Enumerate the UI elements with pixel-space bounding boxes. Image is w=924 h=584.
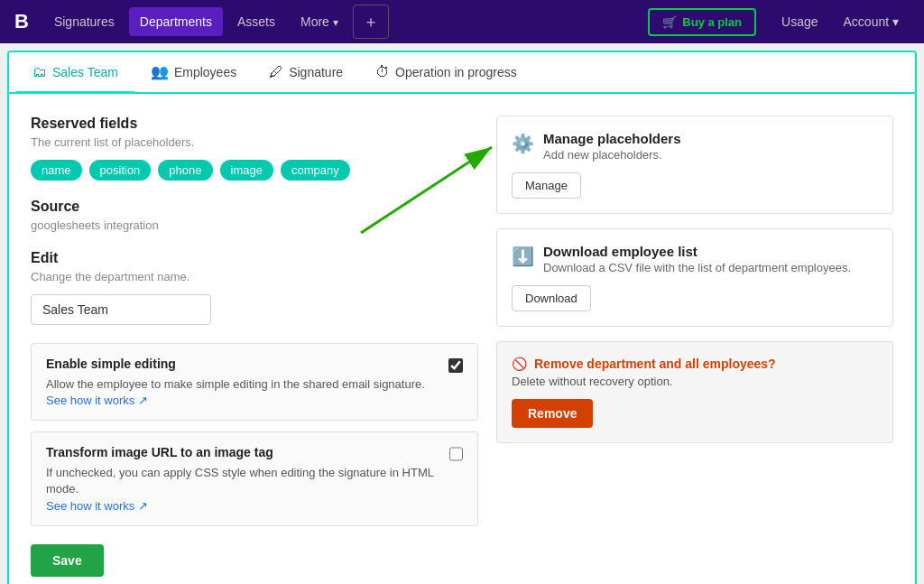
download-card-desc: Download a CSV file with the list of dep… — [543, 261, 851, 274]
tab-employees[interactable]: 👥 Employees — [134, 52, 253, 94]
gear-icon: ⚙️ — [512, 133, 534, 154]
tag-company: company — [281, 160, 350, 181]
tag-position: position — [89, 160, 152, 181]
nav-account[interactable]: Account ▾ — [833, 7, 910, 36]
simple-editing-checkbox[interactable] — [448, 358, 463, 373]
save-button[interactable]: Save — [31, 544, 104, 577]
edit-subtitle: Change the department name. — [31, 270, 478, 283]
right-nav: Usage Account ▾ — [771, 7, 910, 36]
no-entry-icon: 🚫 — [512, 357, 527, 371]
manage-card-desc: Add new placeholders. — [543, 148, 681, 162]
remove-card-header: 🚫 Remove department and all employees? — [512, 357, 878, 371]
enable-simple-editing-box: Enable simple editing Allow the employee… — [31, 343, 478, 421]
employees-icon: 👥 — [151, 63, 169, 80]
option-transform-image-desc: If unchecked, you can apply CSS style wh… — [46, 465, 449, 497]
placeholder-tags: name position phone image company — [31, 160, 478, 181]
download-card-title: Download employee list — [543, 244, 851, 259]
tag-phone: phone — [158, 160, 212, 181]
tab-signature[interactable]: 🖊 Signature — [253, 52, 359, 94]
remove-card-desc: Delete without recovery option. — [512, 375, 878, 388]
download-icon: ⬇️ — [512, 246, 534, 267]
top-navigation: B Signatures Departments Assets More ▾ ＋… — [0, 0, 924, 43]
tab-sales-team[interactable]: 🗂 Sales Team — [16, 52, 134, 94]
transform-image-checkbox[interactable] — [449, 447, 463, 461]
chevron-down-icon: ▾ — [333, 16, 338, 29]
operation-icon: ⏱ — [375, 64, 390, 80]
buy-plan-button[interactable]: 🛒 Buy a plan — [648, 8, 756, 36]
nav-usage[interactable]: Usage — [771, 7, 828, 36]
source-subtitle: googlesheets integration — [31, 218, 478, 232]
reserved-fields-subtitle: The current list of placeholders. — [31, 135, 478, 149]
manage-placeholders-card: ⚙️ Manage placeholders Add new placehold… — [496, 116, 893, 214]
option-transform-image-link[interactable]: See how it works ↗ — [46, 499, 148, 513]
left-column: Reserved fields The current list of plac… — [31, 116, 478, 577]
option-simple-editing-title: Enable simple editing — [46, 357, 425, 371]
reserved-fields-section: Reserved fields The current list of plac… — [31, 116, 478, 181]
tab-operation[interactable]: ⏱ Operation in progress — [359, 52, 533, 94]
reserved-fields-title: Reserved fields — [31, 116, 478, 132]
remove-button[interactable]: Remove — [512, 399, 593, 428]
source-section: Source googlesheets integration — [31, 199, 478, 232]
option-simple-editing-desc: Allow the employee to make simple editin… — [46, 376, 425, 393]
sales-team-icon: 🗂 — [32, 64, 47, 80]
manage-card-title: Manage placeholders — [543, 131, 681, 146]
nav-assets[interactable]: Assets — [226, 7, 286, 36]
add-button[interactable]: ＋ — [353, 5, 389, 39]
right-column: ⚙️ Manage placeholders Add new placehold… — [496, 116, 893, 577]
nav-more[interactable]: More ▾ — [290, 7, 349, 36]
cart-icon: 🛒 — [662, 15, 677, 29]
download-button[interactable]: Download — [512, 285, 591, 311]
edit-section: Edit Change the department name. — [31, 250, 478, 325]
option-transform-image-title: Transform image URL to an image tag — [46, 445, 449, 459]
logo: B — [14, 10, 29, 33]
remove-card: 🚫 Remove department and all employees? D… — [496, 341, 893, 443]
tag-image: image — [220, 160, 273, 181]
tab-bar: 🗂 Sales Team 👥 Employees 🖊 Signature ⏱ O… — [9, 52, 915, 94]
nav-signatures[interactable]: Signatures — [43, 7, 125, 36]
department-name-input[interactable] — [31, 294, 211, 325]
signature-icon: 🖊 — [269, 64, 283, 80]
download-card: ⬇️ Download employee list Download a CSV… — [496, 228, 893, 327]
option-simple-editing-link[interactable]: See how it works ↗ — [46, 394, 148, 407]
edit-title: Edit — [31, 250, 478, 266]
manage-button[interactable]: Manage — [512, 172, 581, 199]
nav-departments[interactable]: Departments — [129, 7, 223, 36]
tag-name: name — [31, 160, 82, 181]
main-container: 🗂 Sales Team 👥 Employees 🖊 Signature ⏱ O… — [7, 51, 917, 584]
page-content: Reserved fields The current list of plac… — [9, 94, 915, 584]
transform-image-url-box: Transform image URL to an image tag If u… — [31, 431, 478, 525]
source-title: Source — [31, 199, 478, 215]
